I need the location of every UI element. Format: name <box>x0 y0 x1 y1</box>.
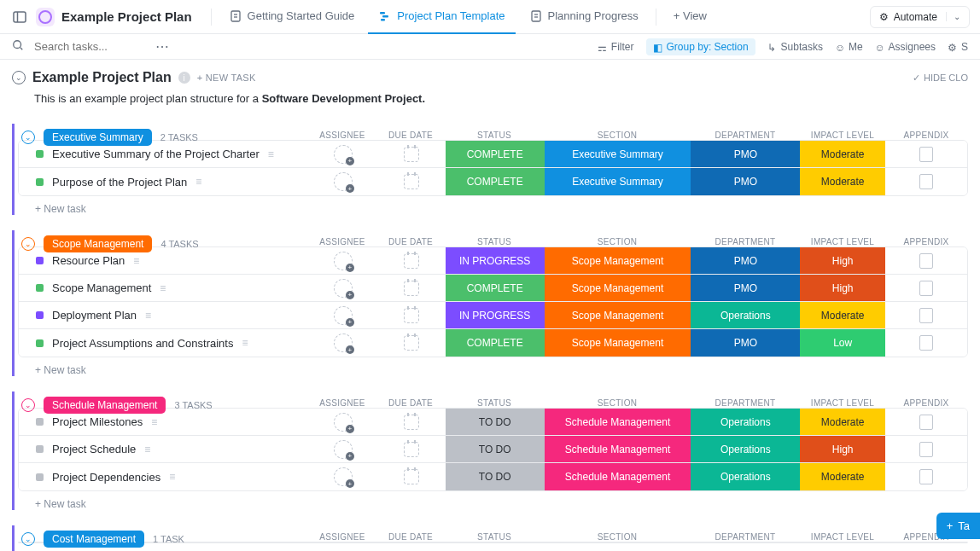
appendix-cell[interactable] <box>885 436 967 462</box>
appendix-cell[interactable] <box>885 275 967 301</box>
impact-cell[interactable]: Moderate <box>800 141 885 167</box>
task-row[interactable]: Project Schedule≡TO DOSchedule Managemen… <box>19 436 967 463</box>
due-date-cell[interactable] <box>377 329 446 357</box>
impact-cell[interactable]: Moderate <box>800 409 885 435</box>
settings-button[interactable]: ⚙S <box>948 41 968 53</box>
assignee-cell[interactable] <box>309 168 377 195</box>
department-cell[interactable]: PMO <box>691 247 800 274</box>
status-square-icon[interactable] <box>36 284 44 292</box>
appendix-cell[interactable] <box>885 168 967 195</box>
due-date-cell[interactable] <box>377 463 446 490</box>
task-row[interactable]: Resource Plan≡IN PROGRESSScope Managemen… <box>19 247 967 275</box>
assignees-button[interactable]: ☺Assignees <box>875 41 936 53</box>
description-icon[interactable]: ≡ <box>195 176 201 188</box>
task-row[interactable]: Deployment Plan≡IN PROGRESSScope Managem… <box>19 302 967 329</box>
status-square-icon[interactable] <box>36 150 44 158</box>
description-icon[interactable]: ≡ <box>151 416 157 428</box>
impact-cell[interactable]: Moderate <box>800 302 885 328</box>
status-square-icon[interactable] <box>36 178 44 186</box>
me-button[interactable]: ☺Me <box>835 41 863 53</box>
task-row[interactable]: Executive Summary of the Project Charter… <box>19 141 967 168</box>
status-cell[interactable]: TO DO <box>446 463 545 490</box>
status-cell[interactable]: COMPLETE <box>446 275 545 301</box>
assignee-cell[interactable] <box>309 329 377 357</box>
status-cell[interactable]: IN PROGRESS <box>446 247 545 274</box>
add-view-button[interactable]: + View <box>663 0 717 34</box>
description-icon[interactable]: ≡ <box>145 310 151 322</box>
add-task-button[interactable]: + New task <box>18 491 968 510</box>
status-cell[interactable]: TO DO <box>446 436 545 462</box>
task-row[interactable]: Purpose of the Project Plan≡COMPLETEExec… <box>19 168 967 195</box>
description-icon[interactable]: ≡ <box>268 148 274 160</box>
impact-cell[interactable]: Moderate <box>800 463 885 490</box>
status-square-icon[interactable] <box>36 311 44 319</box>
task-row[interactable]: Project Dependencies≡TO DOSchedule Manag… <box>19 463 967 490</box>
department-cell[interactable]: PMO <box>691 329 800 357</box>
status-cell[interactable]: TO DO <box>446 409 545 435</box>
department-cell[interactable]: Operations <box>691 409 800 435</box>
section-cell[interactable]: Scope Management <box>545 275 691 301</box>
appendix-cell[interactable] <box>885 141 967 167</box>
description-icon[interactable]: ≡ <box>133 255 139 267</box>
new-task-button[interactable]: + NEW TASK <box>197 72 256 83</box>
search-input[interactable] <box>34 40 145 53</box>
section-cell[interactable]: Scope Management <box>545 302 691 328</box>
section-cell[interactable]: Schedule Management <box>545 436 691 462</box>
due-date-cell[interactable] <box>377 168 446 195</box>
section-cell[interactable]: Schedule Management <box>545 463 691 490</box>
appendix-cell[interactable] <box>885 409 967 435</box>
impact-cell[interactable]: Moderate <box>800 168 885 195</box>
department-cell[interactable]: PMO <box>691 141 800 167</box>
appendix-cell[interactable] <box>885 463 967 490</box>
department-cell[interactable]: Operations <box>691 436 800 462</box>
subtasks-button[interactable]: ↳Subtasks <box>767 41 823 53</box>
status-square-icon[interactable] <box>36 445 44 453</box>
info-icon[interactable]: i <box>178 72 190 84</box>
description-icon[interactable]: ≡ <box>242 337 248 349</box>
status-cell[interactable]: IN PROGRESS <box>446 302 545 328</box>
section-label[interactable]: Cost Management <box>44 531 144 548</box>
appendix-cell[interactable] <box>885 302 967 328</box>
due-date-cell[interactable] <box>377 436 446 462</box>
section-cell[interactable]: Executive Summary <box>545 141 691 167</box>
section-cell[interactable]: Scope Management <box>545 329 691 357</box>
add-task-button[interactable]: + New task <box>18 357 968 376</box>
tab-planning-progress[interactable]: Planning Progress <box>519 0 649 34</box>
kebab-menu-icon[interactable]: ⋯ <box>155 38 171 55</box>
description-icon[interactable]: ≡ <box>169 471 175 483</box>
due-date-cell[interactable] <box>377 409 446 435</box>
status-square-icon[interactable] <box>36 473 44 481</box>
description-icon[interactable]: ≡ <box>144 444 150 455</box>
department-cell[interactable]: Operations <box>691 463 800 490</box>
impact-cell[interactable]: High <box>800 436 885 462</box>
status-cell[interactable]: COMPLETE <box>446 141 545 167</box>
department-cell[interactable]: PMO <box>691 275 800 301</box>
group-by-button[interactable]: ◧Group by: Section <box>646 38 755 55</box>
section-cell[interactable]: Executive Summary <box>545 168 691 195</box>
status-square-icon[interactable] <box>36 257 44 264</box>
status-cell[interactable]: COMPLETE <box>446 168 545 195</box>
due-date-cell[interactable] <box>377 275 446 301</box>
search-icon[interactable] <box>12 39 24 54</box>
add-task-button[interactable]: + New task <box>18 543 968 551</box>
section-cell[interactable]: Schedule Management <box>545 409 691 435</box>
chevron-down-icon[interactable]: ⌄ <box>946 12 960 21</box>
status-square-icon[interactable] <box>36 418 44 426</box>
appendix-cell[interactable] <box>885 329 967 357</box>
task-row[interactable]: Project Assumptions and Constraints≡COMP… <box>19 329 967 357</box>
assignee-cell[interactable] <box>309 275 377 301</box>
assignee-cell[interactable] <box>309 409 377 435</box>
assignee-cell[interactable] <box>309 141 377 167</box>
status-square-icon[interactable] <box>36 339 44 347</box>
tab-project-plan-template[interactable]: Project Plan Template <box>368 0 515 34</box>
collapse-toggle-icon[interactable]: ⌄ <box>12 71 26 84</box>
due-date-cell[interactable] <box>377 302 446 328</box>
appendix-cell[interactable] <box>885 247 967 274</box>
hide-closed-button[interactable]: ✓HIDE CLO <box>913 72 968 84</box>
task-row[interactable]: Scope Management≡COMPLETEScope Managemen… <box>19 275 967 302</box>
due-date-cell[interactable] <box>377 141 446 167</box>
filter-button[interactable]: ⚎Filter <box>598 41 634 53</box>
add-task-button[interactable]: + New task <box>18 196 968 215</box>
new-task-fab[interactable]: +Ta <box>936 513 980 539</box>
assignee-cell[interactable] <box>309 436 377 462</box>
